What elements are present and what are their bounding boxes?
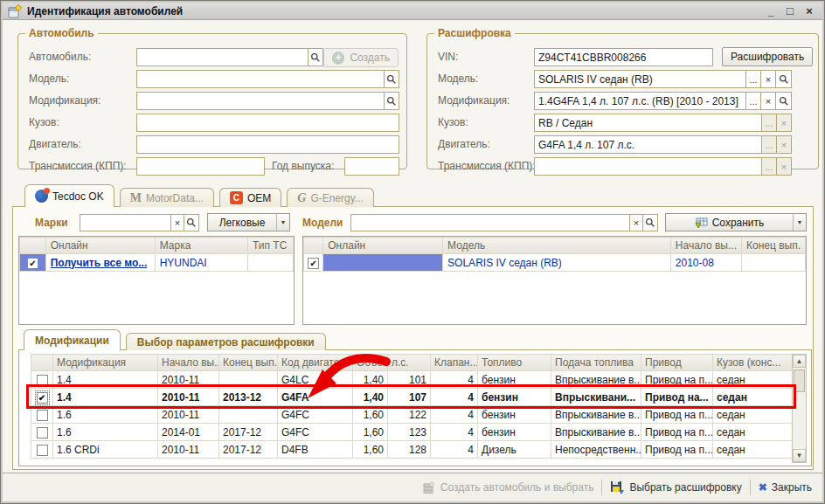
save-button[interactable]: Сохранить ▼ (665, 213, 807, 231)
column-header[interactable]: Код двигате... (278, 355, 353, 371)
modification-cell[interactable]: бензин (478, 389, 551, 406)
modification-cell[interactable]: Впрыскивание в... (551, 424, 641, 441)
close-button[interactable]: × (801, 4, 817, 18)
vertical-scrollbar[interactable]: ▲ ▼ (792, 354, 807, 463)
column-header[interactable]: Объем... (353, 355, 388, 371)
modification-cell[interactable]: 1.6 (53, 406, 158, 424)
tab-modifications[interactable]: Модификации (24, 329, 121, 350)
model-search-button[interactable] (385, 70, 399, 88)
row-checkbox[interactable] (37, 445, 48, 456)
modification-cell[interactable]: 1,60 (353, 424, 388, 441)
vin-input[interactable] (534, 48, 713, 66)
model-input[interactable] (136, 70, 385, 88)
modification-cell[interactable]: 2017-12 (219, 441, 278, 459)
modification-cell[interactable]: 1.6 (53, 424, 158, 441)
modification-search-button[interactable] (385, 92, 399, 110)
modification-cell[interactable]: G4FC (278, 424, 353, 441)
modification-cell[interactable]: Привод на п... (641, 371, 713, 389)
modification-cell[interactable]: Привод на... (641, 389, 713, 406)
maximize-button[interactable]: □ (782, 4, 798, 18)
modification-cell[interactable]: 1,60 (353, 406, 388, 424)
decode-engine-choose-button[interactable]: ... (762, 135, 777, 154)
column-header[interactable]: Кузов (конс... (713, 355, 793, 371)
modification-cell[interactable]: 2010-11 (158, 389, 219, 406)
scroll-down-button[interactable]: ▼ (793, 449, 806, 462)
modification-cell[interactable]: 2013-12 (219, 389, 278, 406)
column-header[interactable]: Начало вы... (158, 355, 219, 371)
row-checkbox-cell[interactable] (31, 371, 53, 389)
modification-cell[interactable]: G4FC (278, 406, 353, 424)
tab-decode-params[interactable]: Выбор параметров расшифровки (126, 333, 326, 350)
decode-modification-input[interactable] (534, 92, 746, 110)
row-checkbox-cell[interactable] (31, 424, 53, 441)
modification-cell[interactable]: 123 (388, 424, 431, 441)
car-input[interactable] (136, 48, 309, 66)
brands-search-button[interactable] (184, 214, 199, 231)
decode-transmission-input[interactable] (534, 157, 762, 176)
close-dialog-button[interactable]: ✖ Закрыть (759, 481, 812, 494)
model-checkbox[interactable]: ✔ (308, 258, 319, 269)
scrollbar-thumb[interactable] (794, 369, 805, 392)
decode-body-input[interactable] (534, 114, 762, 132)
row-checkbox[interactable] (37, 427, 48, 438)
brand-name-cell[interactable]: HYUNDAI (155, 254, 247, 272)
modification-cell[interactable]: 101 (388, 371, 431, 389)
modification-cell[interactable]: Привод на п... (641, 441, 713, 459)
modification-cell[interactable]: седан (713, 371, 793, 389)
tab-motordata[interactable]: M MotorData... (120, 188, 214, 207)
brand-checkbox-cell[interactable]: ✔ (20, 254, 46, 272)
get-all-models-link[interactable]: Получить все мо... (51, 257, 148, 269)
tab-genergy[interactable]: G G-Energy... (287, 188, 374, 207)
modification-cell[interactable]: бензин (478, 424, 551, 441)
decode-transmission-choose-button[interactable]: ... (762, 157, 777, 176)
tab-oem[interactable]: C OEM (219, 188, 281, 207)
modification-cell[interactable]: седан (713, 424, 793, 441)
model-online-cell[interactable] (323, 254, 443, 272)
modification-cell[interactable]: седан (713, 441, 793, 459)
modification-cell[interactable]: G4LC (278, 371, 353, 389)
brand-online-cell[interactable]: Получить все мо... (45, 254, 155, 272)
models-clear-button[interactable]: × (630, 214, 643, 231)
column-header[interactable]: Модель (443, 238, 671, 254)
model-row[interactable]: ✔ SOLARIS IV седан (RB) 2010-08 (304, 254, 806, 272)
decode-engine-input[interactable] (534, 135, 762, 154)
model-start-cell[interactable]: 2010-08 (670, 254, 741, 272)
body-input[interactable] (136, 114, 399, 132)
decode-engine-clear-button[interactable]: × (777, 135, 792, 154)
column-header[interactable]: Подача топлива (551, 355, 641, 371)
column-header[interactable]: Конец вып. (741, 238, 805, 254)
create-vehicle-button[interactable]: + Создать (323, 48, 399, 67)
modification-cell[interactable]: 1.4 (53, 371, 158, 389)
brand-checkbox[interactable]: ✔ (27, 258, 38, 269)
row-checkbox-cell[interactable] (31, 441, 53, 459)
year-input[interactable] (344, 157, 399, 176)
modification-cell[interactable]: Непосредственн... (551, 441, 641, 459)
decode-model-search-button[interactable] (776, 70, 792, 88)
modification-cell[interactable]: Впрыскивани... (551, 389, 641, 406)
decode-body-clear-button[interactable]: × (777, 114, 792, 132)
decode-modification-choose-button[interactable]: ... (746, 92, 761, 110)
column-header[interactable]: Клапан... (431, 355, 478, 371)
modification-cell[interactable]: 2010-11 (158, 371, 219, 389)
column-header[interactable]: л.с. (388, 355, 431, 371)
modification-cell[interactable]: бензин (478, 406, 551, 424)
modification-cell[interactable]: Привод на п... (641, 406, 713, 424)
modification-row[interactable]: 1.6 CRDi2010-112017-12D4FB1,601284Дизель… (31, 441, 793, 459)
modification-input[interactable] (136, 92, 385, 110)
column-header[interactable]: Привод (641, 355, 713, 371)
column-header[interactable]: Начало вы... (670, 238, 741, 254)
modification-cell[interactable]: 4 (431, 389, 478, 406)
modification-cell[interactable]: 1,60 (353, 441, 388, 459)
modification-cell[interactable]: Впрыскивание в... (551, 406, 641, 424)
modification-row[interactable]: ✔1.42010-112013-12G4FA1,401074бензинВпры… (31, 389, 793, 406)
vehicle-type-dropdown[interactable]: Легковые ▼ (207, 213, 290, 231)
tab-tecdoc[interactable]: Tecdoc OK (24, 184, 114, 207)
modification-cell[interactable]: 4 (431, 441, 478, 459)
column-header[interactable]: Модификация (53, 355, 158, 371)
modification-cell[interactable]: D4FB (278, 441, 353, 459)
row-checkbox-cell[interactable] (31, 406, 53, 424)
row-checkbox[interactable] (37, 375, 48, 386)
decode-button[interactable]: Расшифровать (722, 47, 813, 66)
decode-modification-search-button[interactable] (776, 92, 792, 110)
modification-cell[interactable]: 1,40 (353, 371, 388, 389)
